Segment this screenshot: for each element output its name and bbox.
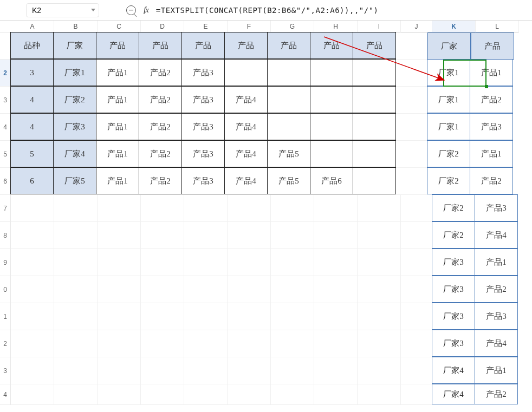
row-header[interactable]: 5 xyxy=(0,141,11,168)
col-header-C[interactable]: C xyxy=(98,21,141,32)
cell[interactable]: 产品3 xyxy=(181,167,225,194)
row-header[interactable]: 1 xyxy=(0,303,11,330)
cell[interactable] xyxy=(141,195,184,222)
cell[interactable] xyxy=(310,113,353,140)
cell[interactable]: 厂家1 xyxy=(427,86,470,113)
cell[interactable] xyxy=(98,330,141,357)
cell[interactable]: 厂家4 xyxy=(432,357,475,384)
cell[interactable] xyxy=(401,357,432,384)
cell[interactable]: 产品2 xyxy=(139,59,182,86)
cell[interactable] xyxy=(228,249,271,276)
cell[interactable]: 产品1 xyxy=(96,167,139,194)
cell[interactable] xyxy=(11,249,54,276)
row-header[interactable]: 4 xyxy=(0,114,11,141)
cell[interactable] xyxy=(396,168,427,195)
cell[interactable] xyxy=(310,59,353,86)
col-header-A[interactable]: A xyxy=(11,21,54,32)
cell[interactable]: 产品6 xyxy=(310,167,353,194)
cell[interactable] xyxy=(358,384,401,405)
cell[interactable]: 厂家4 xyxy=(53,140,96,167)
cell[interactable] xyxy=(358,222,401,249)
cell[interactable] xyxy=(353,59,396,86)
cell[interactable] xyxy=(11,222,54,249)
cell[interactable] xyxy=(314,384,358,405)
row-header[interactable]: 3 xyxy=(0,357,11,384)
cell[interactable]: 6 xyxy=(10,167,54,194)
cell[interactable] xyxy=(141,222,184,249)
cell[interactable] xyxy=(184,303,228,330)
cell[interactable] xyxy=(401,222,432,249)
cell[interactable] xyxy=(271,222,314,249)
cell[interactable] xyxy=(98,195,141,222)
cell[interactable] xyxy=(54,303,98,330)
col-header-K[interactable]: K xyxy=(432,21,476,32)
cell[interactable] xyxy=(98,249,141,276)
cell[interactable]: 产品 xyxy=(224,32,268,59)
cell[interactable] xyxy=(401,384,432,405)
cell[interactable] xyxy=(228,195,271,222)
cell[interactable]: 产品1 xyxy=(475,357,518,384)
cell[interactable] xyxy=(184,357,228,384)
cell[interactable] xyxy=(11,357,54,384)
cell[interactable]: 产品1 xyxy=(96,140,139,167)
cell[interactable] xyxy=(358,330,401,357)
cell[interactable] xyxy=(11,384,54,405)
cell[interactable] xyxy=(228,330,271,357)
cell[interactable]: 产品3 xyxy=(181,113,225,140)
cell[interactable]: 产品3 xyxy=(181,140,225,167)
cell[interactable]: 产品3 xyxy=(475,303,518,330)
cell[interactable]: 产品 xyxy=(139,32,182,59)
col-header-G[interactable]: G xyxy=(271,21,314,32)
cell[interactable]: 厂家2 xyxy=(427,140,470,167)
cell[interactable]: 产品3 xyxy=(181,59,225,86)
cell[interactable] xyxy=(11,195,54,222)
cell[interactable]: 厂家3 xyxy=(432,303,475,330)
row-header[interactable]: 9 xyxy=(0,249,11,276)
cell[interactable]: 厂家1 xyxy=(427,59,470,86)
row-header[interactable]: 0 xyxy=(0,276,11,303)
cell[interactable] xyxy=(401,303,432,330)
cell[interactable] xyxy=(271,276,314,303)
cell[interactable] xyxy=(184,249,228,276)
cell[interactable] xyxy=(98,303,141,330)
row-header[interactable]: 3 xyxy=(0,87,11,114)
cell[interactable] xyxy=(401,330,432,357)
cell[interactable] xyxy=(54,357,98,384)
cell[interactable]: 产品 xyxy=(310,32,353,59)
col-header-H[interactable]: H xyxy=(314,21,358,32)
col-header-I[interactable]: I xyxy=(358,21,401,32)
cell[interactable] xyxy=(310,86,353,113)
cell[interactable]: 产品 xyxy=(96,32,139,59)
cell[interactable] xyxy=(401,249,432,276)
grid-body[interactable]: 品种厂家产品产品产品产品产品产品产品厂家产品23厂家1产品1产品2产品3厂家1产… xyxy=(0,32,532,405)
name-box[interactable]: K2 xyxy=(26,3,99,17)
row-header[interactable]: 4 xyxy=(0,384,11,405)
cell[interactable]: 产品4 xyxy=(224,86,268,113)
chevron-down-icon[interactable] xyxy=(91,9,95,11)
cell[interactable] xyxy=(141,276,184,303)
cell[interactable] xyxy=(54,249,98,276)
row-header[interactable]: 2 xyxy=(0,330,11,357)
cell[interactable] xyxy=(267,86,310,113)
cell[interactable]: 品种 xyxy=(10,32,54,59)
cell[interactable] xyxy=(54,330,98,357)
cell[interactable] xyxy=(11,303,54,330)
col-header-F[interactable]: F xyxy=(228,21,271,32)
cell[interactable] xyxy=(184,222,228,249)
cell[interactable]: 产品1 xyxy=(470,140,513,167)
cell[interactable]: 产品2 xyxy=(139,167,182,194)
cell[interactable] xyxy=(267,59,310,86)
cell[interactable]: 产品 xyxy=(471,32,514,60)
cell[interactable]: 产品 xyxy=(181,32,225,59)
cell[interactable]: 产品2 xyxy=(475,276,518,303)
cell[interactable]: 产品2 xyxy=(475,384,518,404)
cell[interactable] xyxy=(358,357,401,384)
cell[interactable]: 厂家2 xyxy=(432,194,475,221)
cell[interactable]: 产品4 xyxy=(475,221,518,248)
cell[interactable]: 4 xyxy=(10,113,54,140)
cell[interactable] xyxy=(314,330,358,357)
row-header[interactable]: 7 xyxy=(0,195,11,222)
cell[interactable]: 厂家2 xyxy=(432,221,475,248)
cell[interactable]: 厂家3 xyxy=(432,248,475,276)
cell[interactable] xyxy=(271,303,314,330)
